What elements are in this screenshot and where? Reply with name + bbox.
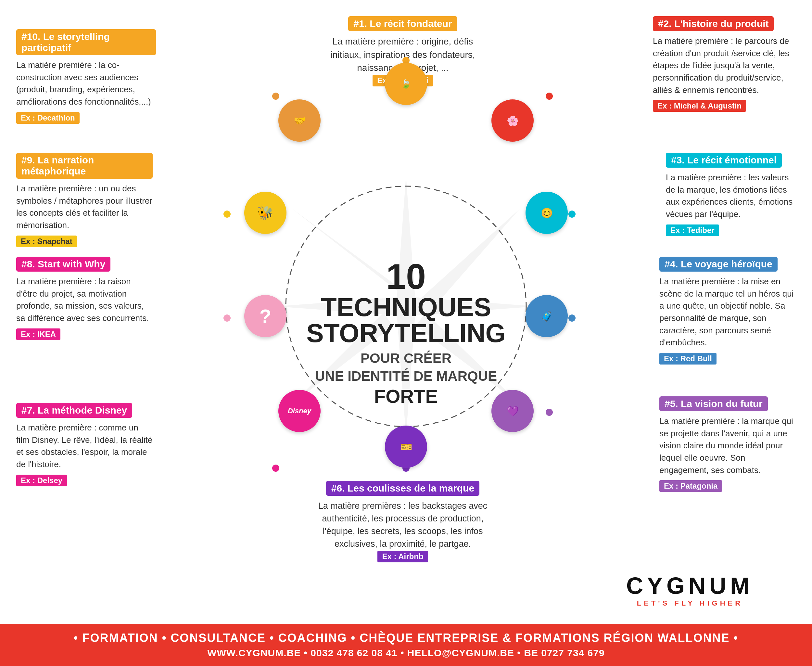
box-3-title: #3. Le récit émotionnel (666, 153, 782, 168)
box-4-title: #4. Le voyage héroïque (659, 257, 777, 272)
dot-2 (546, 92, 553, 100)
box-8: #8. Start with Why La matière première :… (16, 257, 153, 340)
box-9-title: #9. La narration métaphorique (16, 153, 153, 179)
box-8-text: La matière première : la raison d'être d… (16, 275, 153, 325)
box-3-text: La matière première : les valeurs de la … (666, 171, 796, 221)
box-4-example: Ex : Red Bull (659, 353, 716, 364)
box-6-title: #6. Les coulisses de la marque (326, 481, 479, 496)
circle-9: 🐝 (244, 192, 287, 234)
box-4: #4. Le voyage héroïque La matière premiè… (659, 257, 796, 364)
circle-4: 🧳 (525, 295, 568, 337)
circle-3: 😊 (525, 192, 568, 234)
cygnum-logo: CYGNUM LET'S FLY HIGHER (626, 572, 754, 608)
box-6-example: Ex : Airbnb (377, 551, 428, 562)
box-7-title: #7. La méthode Disney (16, 403, 132, 418)
circle-2: 🌸 (491, 99, 534, 142)
center-number: 10 (306, 259, 506, 294)
box-8-example: Ex : IKEA (16, 328, 61, 340)
box-4-text: La matière première : la mise en scène d… (659, 275, 796, 349)
box-2-example: Ex : Michel & Augustin (653, 100, 746, 112)
box-5-text: La matière première : la marque qui se p… (659, 415, 796, 476)
circle-10: 🤝 (278, 99, 321, 142)
dot-10 (272, 92, 279, 100)
logo-tagline: LET'S FLY HIGHER (626, 599, 754, 608)
footer: • FORMATION • CONSULTANCE • COACHING • C… (0, 624, 812, 666)
footer-line2: WWW.CYGNUM.BE • 0032 478 62 08 41 • HELL… (207, 648, 605, 659)
center-text: 10 TECHNIQUES STORYTELLING POUR CRÉER UN… (306, 259, 506, 408)
circle-1: 🍃 (385, 63, 427, 105)
box-10: #10. Le storytelling participatif La mat… (16, 29, 156, 124)
box-1-title: #1. Le récit fondateur (348, 16, 457, 31)
dot-7 (272, 465, 279, 472)
box-2: #2. L'histoire du produit La matière pre… (653, 16, 796, 112)
dot-8 (224, 315, 231, 321)
center-storytelling: STORYTELLING (306, 320, 506, 346)
center-forte: FORTE (306, 385, 506, 408)
box-5-example: Ex : Patagonia (659, 480, 722, 492)
box-3: #3. Le récit émotionnel La matière premi… (666, 153, 796, 236)
box-3-example: Ex : Tediber (666, 224, 719, 236)
dot-4 (568, 315, 576, 321)
dot-5 (546, 409, 553, 416)
center-techniques: TECHNIQUES (306, 294, 506, 320)
box-9-text: La matière première : un ou des symboles… (16, 183, 153, 232)
circle-8: ? (244, 295, 287, 337)
box-2-text: La matière première : le parcours de cré… (653, 35, 796, 96)
box-5: #5. La vision du futur La matière premiè… (659, 396, 796, 492)
circle-6: 🎫 (385, 425, 427, 468)
dot-3 (568, 211, 576, 218)
box-5-title: #5. La vision du futur (659, 396, 768, 411)
center-pour: POUR CRÉER UNE IDENTITÉ DE MARQUE (306, 349, 506, 385)
box-2-title: #2. L'histoire du produit (653, 16, 774, 31)
box-8-title: #8. Start with Why (16, 257, 110, 272)
box-7-text: La matière première : comme un film Disn… (16, 422, 153, 471)
box-9-example: Ex : Snapchat (16, 236, 77, 247)
box-10-text: La matière première : la co-construction… (16, 59, 156, 108)
box-6: #6. Les coulisses de la marque La matièr… (312, 481, 494, 562)
box-7-example: Ex : Delsey (16, 475, 67, 486)
box-7: #7. La méthode Disney La matière premièr… (16, 403, 153, 486)
footer-line1: • FORMATION • CONSULTANCE • COACHING • C… (74, 631, 738, 645)
box-9: #9. La narration métaphorique La matière… (16, 153, 153, 247)
box-6-text: La matière premières : les backstages av… (318, 501, 488, 549)
dot-9 (224, 211, 231, 218)
box-10-example: Ex : Decathlon (16, 112, 79, 124)
logo-name: CYGNUM (626, 572, 754, 599)
box-10-title: #10. Le storytelling participatif (16, 29, 156, 55)
